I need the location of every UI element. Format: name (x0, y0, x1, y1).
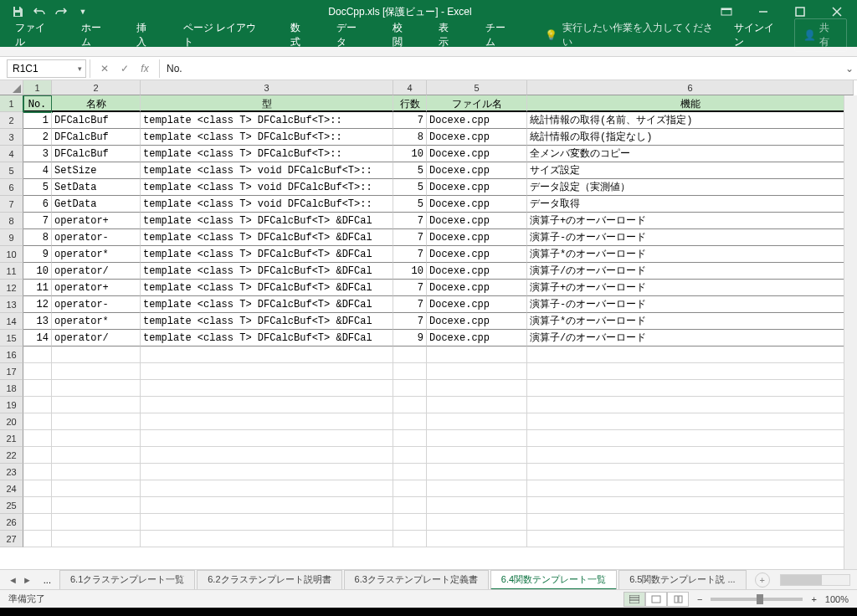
cell[interactable] (141, 397, 393, 413)
row-header[interactable]: 24 (0, 480, 23, 497)
row-header[interactable]: 12 (0, 280, 23, 296)
cell[interactable]: template <class T> DFCalcBuf<T>:: (141, 112, 393, 129)
cell[interactable] (52, 480, 141, 497)
cell[interactable]: データ設定（実測値） (527, 179, 854, 196)
row-header[interactable]: 26 (0, 514, 23, 531)
sheet-tab[interactable]: 6.5関数テンプレート説 ... (618, 570, 747, 590)
redo-icon[interactable] (54, 4, 69, 19)
horizontal-scrollbar[interactable] (780, 574, 850, 586)
row-header[interactable]: 21 (0, 430, 23, 447)
row-header[interactable]: 8 (0, 213, 23, 229)
cell[interactable] (52, 514, 141, 531)
cell[interactable]: DFCalcBuf (52, 129, 141, 146)
undo-icon[interactable] (32, 4, 47, 19)
cell[interactable]: Docexe.cpp (427, 246, 527, 263)
cell[interactable]: GetData (52, 196, 141, 213)
cell[interactable] (23, 480, 52, 497)
cell[interactable] (141, 430, 393, 447)
cell[interactable]: 行数 (393, 95, 427, 112)
cell[interactable] (52, 346, 141, 363)
spreadsheet-grid[interactable]: 123456 1No.名称型行数ファイル名機能21DFCalcBuftempla… (0, 80, 857, 569)
cell[interactable] (141, 380, 393, 397)
cell[interactable]: Docexe.cpp (427, 129, 527, 146)
cell[interactable] (427, 447, 527, 464)
column-header[interactable]: 1 (23, 80, 52, 95)
cell[interactable] (23, 447, 52, 464)
cell[interactable] (527, 464, 854, 480)
cell[interactable] (52, 413, 141, 430)
cell[interactable]: 名称 (52, 95, 141, 112)
row-header[interactable]: 19 (0, 397, 23, 413)
cell[interactable]: template <class T> void DFCalcBuf<T>:: (141, 179, 393, 196)
cell[interactable]: template <class T> DFCalcBuf<T>:: (141, 129, 393, 146)
cell[interactable]: template <class T> DFCalcBuf<T> &DFCal (141, 213, 393, 229)
cell[interactable] (141, 346, 393, 363)
cell[interactable] (23, 380, 52, 397)
cell[interactable] (527, 497, 854, 514)
cell[interactable] (393, 531, 427, 547)
cell[interactable] (141, 464, 393, 480)
cell[interactable] (141, 447, 393, 464)
cell[interactable]: operator+ (52, 213, 141, 229)
vertical-scrollbar[interactable] (844, 95, 857, 569)
cell[interactable]: 4 (23, 162, 52, 179)
cell[interactable] (527, 531, 854, 547)
sheet-tab[interactable]: 6.1クラステンプレート一覧 (59, 570, 195, 590)
cell[interactable] (393, 514, 427, 531)
sheet-overflow[interactable]: ... (42, 575, 53, 585)
cell[interactable]: 9 (23, 246, 52, 263)
cell[interactable] (23, 397, 52, 413)
cell[interactable] (427, 480, 527, 497)
cell[interactable] (527, 363, 854, 380)
name-box[interactable]: R1C1 (7, 59, 86, 78)
cell[interactable] (141, 480, 393, 497)
cell[interactable]: 10 (393, 146, 427, 162)
cell[interactable]: データ取得 (527, 196, 854, 213)
row-header[interactable]: 18 (0, 380, 23, 397)
column-header[interactable]: 2 (52, 80, 141, 95)
column-header[interactable]: 3 (141, 80, 393, 95)
cell[interactable] (393, 480, 427, 497)
select-all-corner[interactable] (0, 80, 23, 95)
cell[interactable]: 1 (23, 112, 52, 129)
cell[interactable]: 演算子/のオーバーロード (527, 330, 854, 346)
cell[interactable] (52, 497, 141, 514)
row-header[interactable]: 10 (0, 246, 23, 263)
cell[interactable]: 機能 (527, 95, 854, 112)
row-header[interactable]: 23 (0, 464, 23, 480)
cell[interactable]: 演算子+のオーバーロード (527, 280, 854, 296)
row-header[interactable]: 3 (0, 129, 23, 146)
cell[interactable]: operator- (52, 296, 141, 313)
zoom-out-icon[interactable]: − (697, 594, 702, 604)
cell[interactable] (52, 363, 141, 380)
row-header[interactable]: 2 (0, 112, 23, 129)
formula-input[interactable]: No. (160, 63, 842, 74)
cell[interactable]: template <class T> DFCalcBuf<T> &DFCal (141, 229, 393, 246)
cell[interactable]: Docexe.cpp (427, 330, 527, 346)
cell[interactable]: 10 (23, 263, 52, 280)
enter-formula-icon[interactable]: ✓ (115, 59, 134, 78)
row-header[interactable]: 4 (0, 146, 23, 162)
row-header[interactable]: 6 (0, 179, 23, 196)
cell[interactable]: 5 (393, 179, 427, 196)
row-header[interactable]: 5 (0, 162, 23, 179)
column-header[interactable]: 5 (427, 80, 527, 95)
cell[interactable] (52, 397, 141, 413)
zoom-slider[interactable] (711, 598, 803, 601)
cell[interactable] (527, 346, 854, 363)
cell[interactable]: DFCalcBuf (52, 146, 141, 162)
cell[interactable]: 統計情報の取得(指定なし) (527, 129, 854, 146)
cell[interactable] (393, 430, 427, 447)
cell[interactable] (393, 363, 427, 380)
sheet-nav-prev-icon[interactable]: ◄ (7, 575, 19, 585)
cell[interactable]: 7 (393, 246, 427, 263)
cell[interactable]: 7 (393, 296, 427, 313)
cell[interactable]: 演算子+のオーバーロード (527, 213, 854, 229)
row-header[interactable]: 7 (0, 196, 23, 213)
row-header[interactable]: 1 (0, 95, 23, 112)
cell[interactable] (52, 447, 141, 464)
cell[interactable] (427, 413, 527, 430)
cell[interactable]: Docexe.cpp (427, 229, 527, 246)
save-icon[interactable] (10, 4, 25, 19)
cell[interactable]: 7 (393, 112, 427, 129)
